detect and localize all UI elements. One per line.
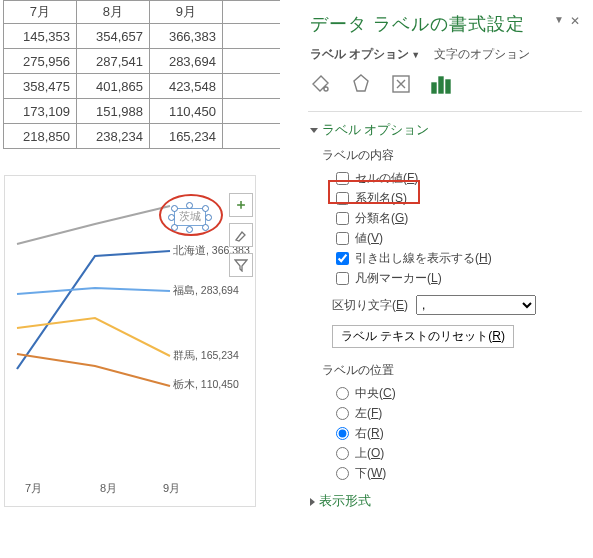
axis-tick: 9月 bbox=[163, 481, 180, 496]
radio-right[interactable]: 右(R) bbox=[336, 425, 590, 442]
separator-label: 区切り文字(E) bbox=[332, 297, 408, 314]
cell[interactable]: 354,657 bbox=[76, 24, 149, 49]
data-label[interactable]: 福島, 283,694 bbox=[173, 284, 239, 298]
chart-filter-button[interactable] bbox=[229, 253, 253, 277]
cell[interactable]: 151,988 bbox=[76, 99, 149, 124]
axis-tick: 7月 bbox=[25, 481, 42, 496]
cell[interactable]: 423,548 bbox=[149, 74, 222, 99]
fill-icon[interactable] bbox=[310, 73, 332, 95]
section-number-format[interactable]: 表示形式 bbox=[310, 493, 590, 510]
radio-left[interactable]: 左(F) bbox=[336, 405, 590, 422]
pane-title: データ ラベルの書式設定 bbox=[310, 12, 590, 36]
data-table[interactable]: 7月 8月 9月 145,353354,657366,383 275,95628… bbox=[3, 0, 280, 149]
group-label-position: ラベルの位置 bbox=[322, 362, 590, 379]
tab-label-options[interactable]: ラベル オプション bbox=[310, 47, 409, 61]
radio-center[interactable]: 中央(C) bbox=[336, 385, 590, 402]
checkbox-show-leader-lines[interactable]: 引き出し線を表示する(H) bbox=[336, 250, 590, 267]
cell[interactable]: 218,850 bbox=[4, 124, 77, 149]
svg-rect-2 bbox=[439, 77, 443, 93]
chart-styles-button[interactable] bbox=[229, 223, 253, 247]
col-header[interactable]: 8月 bbox=[76, 1, 149, 24]
cell[interactable]: 173,109 bbox=[4, 99, 77, 124]
radio-top[interactable]: 上(O) bbox=[336, 445, 590, 462]
cell[interactable]: 401,865 bbox=[76, 74, 149, 99]
cell[interactable]: 110,450 bbox=[149, 99, 222, 124]
highlight-oval bbox=[159, 194, 223, 236]
pin-icon[interactable]: ▼ bbox=[554, 14, 564, 25]
cell[interactable]: 238,234 bbox=[76, 124, 149, 149]
format-pane: データ ラベルの書式設定 ▼ ✕ ラベル オプション▼ 文字のオプション ラベル… bbox=[300, 0, 590, 558]
cell[interactable]: 358,475 bbox=[4, 74, 77, 99]
col-header-empty[interactable] bbox=[222, 1, 280, 24]
cell[interactable]: 366,383 bbox=[149, 24, 222, 49]
section-label-options[interactable]: ラベル オプション bbox=[310, 122, 590, 139]
chart-elements-button[interactable]: ＋ bbox=[229, 193, 253, 217]
col-header[interactable]: 9月 bbox=[149, 1, 222, 24]
data-label[interactable]: 栃木, 110,450 bbox=[173, 378, 239, 392]
highlight-box bbox=[328, 180, 420, 204]
col-header[interactable]: 7月 bbox=[4, 1, 77, 24]
cell[interactable]: 145,353 bbox=[4, 24, 77, 49]
checkbox-value[interactable]: 値(V) bbox=[336, 230, 590, 247]
checkbox-legend-key[interactable]: 凡例マーカー(L) bbox=[336, 270, 590, 287]
cell[interactable]: 283,694 bbox=[149, 49, 222, 74]
axis-tick: 8月 bbox=[100, 481, 117, 496]
cell[interactable]: 165,234 bbox=[149, 124, 222, 149]
svg-rect-3 bbox=[446, 80, 450, 93]
reset-label-text-button[interactable]: ラベル テキストのリセット(R) bbox=[332, 325, 514, 348]
data-label[interactable]: 群馬, 165,234 bbox=[173, 349, 239, 363]
close-icon[interactable]: ✕ bbox=[570, 14, 580, 28]
svg-rect-1 bbox=[432, 83, 436, 93]
tab-text-options[interactable]: 文字のオプション bbox=[434, 47, 530, 61]
size-icon[interactable] bbox=[390, 73, 412, 95]
radio-bottom[interactable]: 下(W) bbox=[336, 465, 590, 482]
cell[interactable]: 287,541 bbox=[76, 49, 149, 74]
cell[interactable]: 275,956 bbox=[4, 49, 77, 74]
separator-select[interactable]: , bbox=[416, 295, 536, 315]
effects-icon[interactable] bbox=[350, 73, 372, 95]
chart-area[interactable]: 北海道, 366,383 福島, 283,694 群馬, 165,234 栃木,… bbox=[4, 175, 256, 507]
checkbox-category-name[interactable]: 分類名(G) bbox=[336, 210, 590, 227]
chart-options-icon[interactable] bbox=[430, 73, 452, 95]
group-label-contents: ラベルの内容 bbox=[322, 147, 590, 164]
